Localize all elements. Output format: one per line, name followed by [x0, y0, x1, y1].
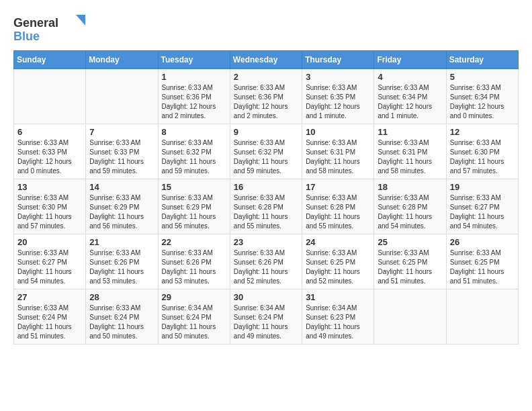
calendar-week-row: 20Sunrise: 6:33 AMSunset: 6:27 PMDayligh… [14, 234, 519, 289]
calendar-day-cell: 25Sunrise: 6:33 AMSunset: 6:25 PMDayligh… [374, 234, 446, 289]
day-info: Sunrise: 6:34 AMSunset: 6:23 PMDaylight:… [306, 304, 370, 341]
day-info: Sunrise: 6:33 AMSunset: 6:36 PMDaylight:… [234, 83, 298, 121]
calendar-week-row: 1Sunrise: 6:33 AMSunset: 6:36 PMDaylight… [14, 69, 519, 124]
day-number: 8 [162, 127, 226, 137]
calendar-day-cell: 27Sunrise: 6:33 AMSunset: 6:24 PMDayligh… [14, 289, 86, 345]
day-info: Sunrise: 6:33 AMSunset: 6:35 PMDaylight:… [306, 83, 370, 121]
day-number: 28 [89, 292, 154, 302]
day-number: 31 [306, 292, 370, 302]
calendar-header-row: SundayMondayTuesdayWednesdayThursdayFrid… [14, 51, 519, 69]
calendar-day-cell: 22Sunrise: 6:33 AMSunset: 6:26 PMDayligh… [158, 234, 230, 289]
day-info: Sunrise: 6:33 AMSunset: 6:33 PMDaylight:… [89, 138, 154, 176]
day-info: Sunrise: 6:33 AMSunset: 6:25 PMDaylight:… [450, 248, 515, 286]
calendar-day-cell: 23Sunrise: 6:33 AMSunset: 6:26 PMDayligh… [230, 234, 302, 289]
day-info: Sunrise: 6:33 AMSunset: 6:29 PMDaylight:… [162, 193, 226, 231]
calendar-day-cell: 5Sunrise: 6:33 AMSunset: 6:34 PMDaylight… [446, 69, 518, 124]
calendar-day-cell: 2Sunrise: 6:33 AMSunset: 6:36 PMDaylight… [230, 69, 302, 124]
day-number: 24 [306, 237, 370, 247]
calendar-day-cell: 29Sunrise: 6:34 AMSunset: 6:24 PMDayligh… [158, 289, 230, 345]
day-info: Sunrise: 6:33 AMSunset: 6:26 PMDaylight:… [89, 248, 154, 286]
day-info: Sunrise: 6:34 AMSunset: 6:24 PMDaylight:… [234, 304, 298, 341]
day-number: 14 [89, 182, 154, 192]
calendar-day-cell [446, 289, 518, 345]
day-info: Sunrise: 6:33 AMSunset: 6:28 PMDaylight:… [306, 193, 370, 231]
day-info: Sunrise: 6:33 AMSunset: 6:25 PMDaylight:… [306, 248, 370, 286]
svg-marker-2 [76, 15, 85, 26]
calendar-week-row: 13Sunrise: 6:33 AMSunset: 6:30 PMDayligh… [14, 179, 519, 234]
day-info: Sunrise: 6:33 AMSunset: 6:25 PMDaylight:… [378, 248, 442, 286]
day-info: Sunrise: 6:33 AMSunset: 6:32 PMDaylight:… [234, 138, 298, 176]
calendar-day-cell: 15Sunrise: 6:33 AMSunset: 6:29 PMDayligh… [158, 179, 230, 234]
day-number: 12 [450, 127, 515, 137]
day-info: Sunrise: 6:33 AMSunset: 6:31 PMDaylight:… [378, 138, 442, 176]
day-number: 9 [234, 127, 298, 137]
day-number: 21 [89, 237, 154, 247]
day-info: Sunrise: 6:33 AMSunset: 6:24 PMDaylight:… [17, 304, 82, 341]
day-number: 26 [450, 237, 515, 247]
calendar-day-cell: 9Sunrise: 6:33 AMSunset: 6:32 PMDaylight… [230, 124, 302, 179]
day-info: Sunrise: 6:33 AMSunset: 6:34 PMDaylight:… [378, 83, 442, 121]
svg-text:General: General [13, 16, 58, 30]
day-number: 18 [378, 182, 442, 192]
calendar-day-cell [374, 289, 446, 345]
calendar-day-cell: 10Sunrise: 6:33 AMSunset: 6:31 PMDayligh… [302, 124, 374, 179]
day-number: 10 [306, 127, 370, 137]
day-number: 19 [450, 182, 515, 192]
day-number: 4 [378, 72, 442, 82]
calendar-day-cell: 12Sunrise: 6:33 AMSunset: 6:30 PMDayligh… [446, 124, 518, 179]
calendar-day-cell: 4Sunrise: 6:33 AMSunset: 6:34 PMDaylight… [374, 69, 446, 124]
day-header-saturday: Saturday [446, 51, 518, 69]
calendar-day-cell: 31Sunrise: 6:34 AMSunset: 6:23 PMDayligh… [302, 289, 374, 345]
calendar-day-cell: 11Sunrise: 6:33 AMSunset: 6:31 PMDayligh… [374, 124, 446, 179]
calendar-day-cell: 26Sunrise: 6:33 AMSunset: 6:25 PMDayligh… [446, 234, 518, 289]
day-info: Sunrise: 6:33 AMSunset: 6:26 PMDaylight:… [234, 248, 298, 286]
day-info: Sunrise: 6:34 AMSunset: 6:24 PMDaylight:… [162, 304, 226, 341]
calendar-day-cell: 16Sunrise: 6:33 AMSunset: 6:28 PMDayligh… [230, 179, 302, 234]
day-header-monday: Monday [86, 51, 158, 69]
day-info: Sunrise: 6:33 AMSunset: 6:24 PMDaylight:… [89, 304, 154, 341]
logo-svg: General Blue [13, 13, 87, 44]
day-info: Sunrise: 6:33 AMSunset: 6:31 PMDaylight:… [306, 138, 370, 176]
page-header: General Blue [13, 13, 519, 44]
day-number: 20 [17, 237, 82, 247]
day-number: 16 [234, 182, 298, 192]
day-info: Sunrise: 6:33 AMSunset: 6:27 PMDaylight:… [17, 248, 82, 286]
day-info: Sunrise: 6:33 AMSunset: 6:26 PMDaylight:… [162, 248, 226, 286]
day-info: Sunrise: 6:33 AMSunset: 6:33 PMDaylight:… [17, 138, 82, 176]
day-info: Sunrise: 6:33 AMSunset: 6:28 PMDaylight:… [378, 193, 442, 231]
logo: General Blue [13, 13, 87, 44]
day-number: 15 [162, 182, 226, 192]
calendar-day-cell: 17Sunrise: 6:33 AMSunset: 6:28 PMDayligh… [302, 179, 374, 234]
day-number: 6 [17, 127, 82, 137]
day-number: 11 [378, 127, 442, 137]
calendar-day-cell [86, 69, 158, 124]
calendar-day-cell: 30Sunrise: 6:34 AMSunset: 6:24 PMDayligh… [230, 289, 302, 345]
day-info: Sunrise: 6:33 AMSunset: 6:34 PMDaylight:… [450, 83, 515, 121]
day-info: Sunrise: 6:33 AMSunset: 6:32 PMDaylight:… [162, 138, 226, 176]
calendar-table: SundayMondayTuesdayWednesdayThursdayFrid… [13, 50, 519, 345]
calendar-week-row: 27Sunrise: 6:33 AMSunset: 6:24 PMDayligh… [14, 289, 519, 345]
day-number: 23 [234, 237, 298, 247]
day-number: 25 [378, 237, 442, 247]
day-number: 1 [162, 72, 226, 82]
day-number: 17 [306, 182, 370, 192]
calendar-day-cell: 14Sunrise: 6:33 AMSunset: 6:29 PMDayligh… [86, 179, 158, 234]
day-header-wednesday: Wednesday [230, 51, 302, 69]
calendar-day-cell: 13Sunrise: 6:33 AMSunset: 6:30 PMDayligh… [14, 179, 86, 234]
day-header-sunday: Sunday [14, 51, 86, 69]
calendar-day-cell [14, 69, 86, 124]
calendar-day-cell: 24Sunrise: 6:33 AMSunset: 6:25 PMDayligh… [302, 234, 374, 289]
day-number: 22 [162, 237, 226, 247]
calendar-day-cell: 3Sunrise: 6:33 AMSunset: 6:35 PMDaylight… [302, 69, 374, 124]
day-number: 5 [450, 72, 515, 82]
calendar-day-cell: 18Sunrise: 6:33 AMSunset: 6:28 PMDayligh… [374, 179, 446, 234]
day-number: 27 [17, 292, 82, 302]
day-info: Sunrise: 6:33 AMSunset: 6:36 PMDaylight:… [162, 83, 226, 121]
day-header-tuesday: Tuesday [158, 51, 230, 69]
calendar-day-cell: 19Sunrise: 6:33 AMSunset: 6:27 PMDayligh… [446, 179, 518, 234]
day-header-thursday: Thursday [302, 51, 374, 69]
day-number: 3 [306, 72, 370, 82]
calendar-day-cell: 1Sunrise: 6:33 AMSunset: 6:36 PMDaylight… [158, 69, 230, 124]
day-number: 30 [234, 292, 298, 302]
calendar-week-row: 6Sunrise: 6:33 AMSunset: 6:33 PMDaylight… [14, 124, 519, 179]
